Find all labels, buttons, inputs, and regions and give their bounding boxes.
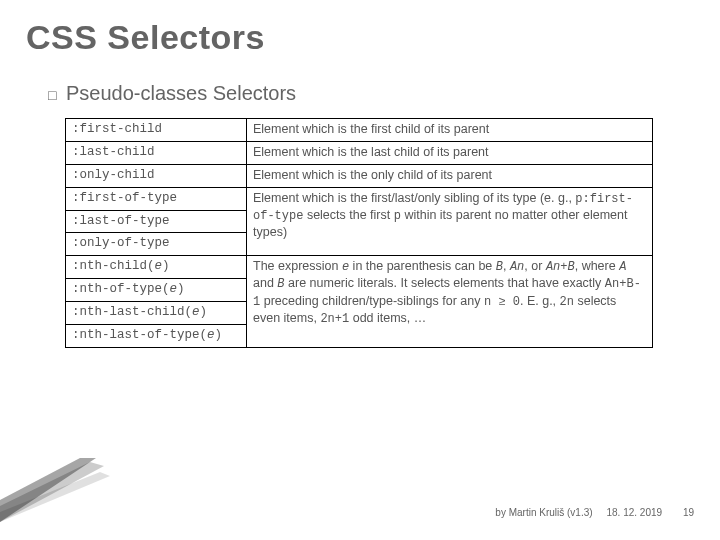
description-cell: Element which is the only child of its p… [247,164,653,187]
table-row: :first-childElement which is the first c… [66,119,653,142]
description-cell: Element which is the last child of its p… [247,141,653,164]
table-row: :nth-child(e)The expression e in the par… [66,256,653,279]
bullet-icon [48,82,62,94]
page-number: 19 [683,507,694,518]
slide-title: CSS Selectors [26,18,265,57]
svg-marker-0 [0,472,110,522]
section-heading: Pseudo-classes Selectors [48,82,296,105]
table-row: :last-childElement which is the last chi… [66,141,653,164]
selector-cell: :nth-child(e) [66,256,247,279]
selector-cell: :first-of-type [66,187,247,210]
slide: CSS Selectors Pseudo-classes Selectors :… [0,0,720,540]
selector-cell: :nth-of-type(e) [66,279,247,302]
description-cell: The expression e in the parenthesis can … [247,256,653,348]
selector-cell: :first-child [66,119,247,142]
description-cell: Element which is the first/last/only sib… [247,187,653,256]
selector-cell: :last-of-type [66,210,247,233]
footer: by Martin Kruliš (v1.3) 18. 12. 2019 19 [495,507,694,518]
svg-marker-2 [0,458,96,522]
table-row: :only-childElement which is the only chi… [66,164,653,187]
selector-cell: :last-child [66,141,247,164]
selectors-table-body: :first-childElement which is the first c… [66,119,653,348]
selector-cell: :nth-last-child(e) [66,302,247,325]
corner-decoration [0,458,110,522]
footer-author: by Martin Kruliš (v1.3) [495,507,592,518]
description-cell: Element which is the first child of its … [247,119,653,142]
selector-cell: :only-of-type [66,233,247,256]
selector-cell: :only-child [66,164,247,187]
selector-cell: :nth-last-of-type(e) [66,324,247,347]
footer-date: 18. 12. 2019 [606,507,662,518]
selectors-table: :first-childElement which is the first c… [65,118,653,348]
svg-marker-1 [0,462,104,522]
table-row: :first-of-typeElement which is the first… [66,187,653,210]
section-heading-text: Pseudo-classes Selectors [66,82,296,104]
